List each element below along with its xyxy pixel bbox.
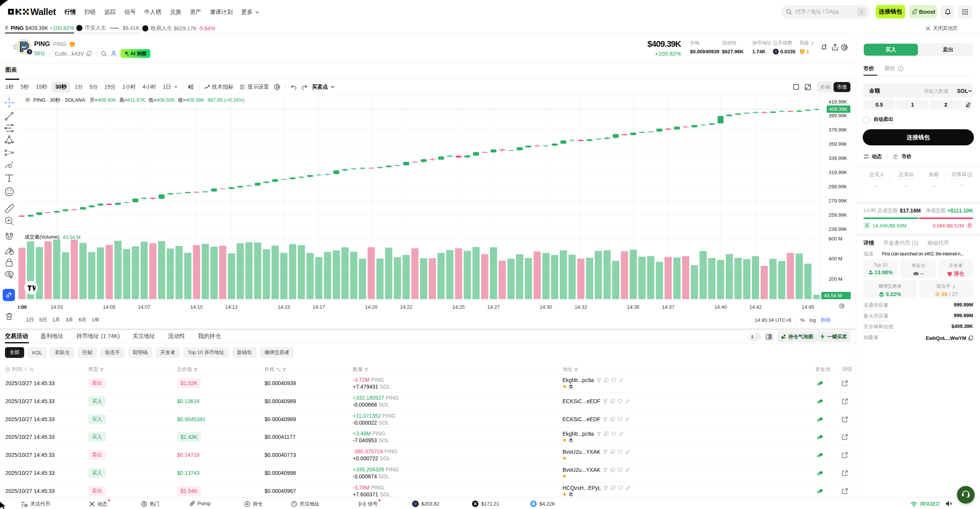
svg-text:14:15: 14:15: [278, 304, 290, 310]
svg-text:339.99K: 339.99K: [829, 155, 847, 161]
svg-text:14:10: 14:10: [190, 304, 203, 310]
svg-text:14:42: 14:42: [749, 304, 762, 310]
svg-text:14:32: 14:32: [575, 304, 587, 310]
svg-text:14:07: 14:07: [138, 304, 151, 310]
svg-text:359.99K: 359.99K: [829, 141, 847, 147]
svg-text:14:22: 14:22: [400, 304, 413, 310]
svg-text:14:02: 14:02: [51, 304, 63, 310]
svg-text:S: S: [969, 173, 971, 176]
svg-text:43.54 M: 43.54 M: [824, 293, 842, 298]
svg-text:379.99K: 379.99K: [829, 127, 847, 133]
svg-text:14:30: 14:30: [540, 304, 552, 310]
svg-text:259.99K: 259.99K: [829, 212, 847, 218]
svg-text:239.99K: 239.99K: [829, 226, 847, 232]
svg-text:200 M: 200 M: [829, 276, 842, 282]
svg-text:419.99K: 419.99K: [829, 99, 847, 105]
svg-text:14:37: 14:37: [662, 304, 674, 310]
svg-text:279.99K: 279.99K: [829, 198, 847, 204]
svg-text:299.99K: 299.99K: [829, 184, 847, 189]
svg-text:14:17: 14:17: [312, 304, 325, 310]
svg-text:14:05: 14:05: [103, 304, 116, 310]
svg-text:14:40: 14:40: [714, 304, 727, 310]
svg-text:14:27: 14:27: [487, 304, 500, 310]
svg-text:14:25: 14:25: [452, 304, 465, 310]
svg-text:14:20: 14:20: [365, 304, 378, 310]
svg-text:14:45: 14:45: [802, 304, 814, 310]
svg-text:409.39K: 409.39K: [829, 106, 848, 112]
svg-text:14:12: 14:12: [225, 304, 238, 310]
svg-text:600 M: 600 M: [829, 236, 842, 242]
svg-text:319.99K: 319.99K: [829, 170, 847, 175]
svg-text:400 M: 400 M: [829, 256, 842, 262]
svg-text:14:35: 14:35: [627, 304, 640, 310]
svg-text:399.99K: 399.99K: [829, 113, 847, 119]
